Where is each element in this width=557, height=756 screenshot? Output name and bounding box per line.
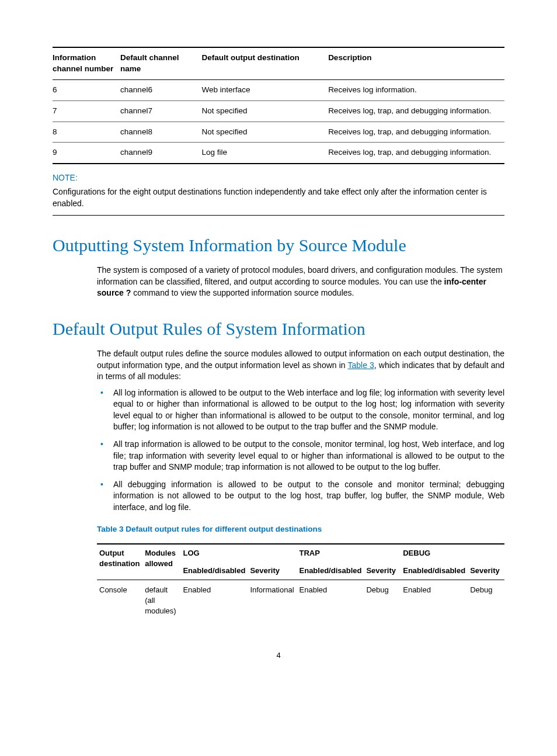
section2-paragraph: The default output rules define the sour… [97,348,504,383]
bullet-list: All log information is allowed to be out… [97,387,504,514]
th-info-channel-number: Information channel number [53,47,120,79]
note-label: NOTE: [53,172,504,184]
table-row: 7 channel7 Not specified Receives log, t… [53,100,504,122]
th-output-dest: Output destination [97,544,142,580]
output-rules-table: Output destination Modules allowed LOG T… [97,543,504,622]
list-item: All log information is allowed to be out… [97,387,504,433]
note-text: Configurations for the eight output dest… [53,186,504,216]
channel-table: Information channel number Default chann… [53,47,504,164]
th-default-channel-name: Default channel name [120,47,201,79]
th-description: Description [328,47,504,79]
heading-default-rules: Default Output Rules of System Informati… [53,317,504,341]
table3-link[interactable]: Table 3 [347,360,374,370]
table-row: Console default (all modules) Enabled In… [97,580,504,621]
page-number: 4 [53,650,504,661]
list-item: All debugging information is allowed to … [97,479,504,514]
table-row: 8 channel8 Not specified Receives log, t… [53,122,504,143]
table3-caption: Table 3 Default output rules for differe… [97,524,504,535]
table-row: 9 channel9 Log file Receives log, trap, … [53,143,504,164]
section1-paragraph: The system is composed of a variety of p… [97,265,504,299]
th-debug: DEBUG [401,544,504,562]
th-log: LOG [180,544,297,562]
th-trap: TRAP [297,544,401,562]
heading-outputting: Outputting System Information by Source … [53,233,504,258]
list-item: All trap information is allowed to be ou… [97,439,504,473]
th-default-output-dest: Default output destination [201,47,328,79]
table-row: 6 channel6 Web interface Receives log in… [53,79,504,100]
th-modules-allowed: Modules allowed [142,544,180,580]
